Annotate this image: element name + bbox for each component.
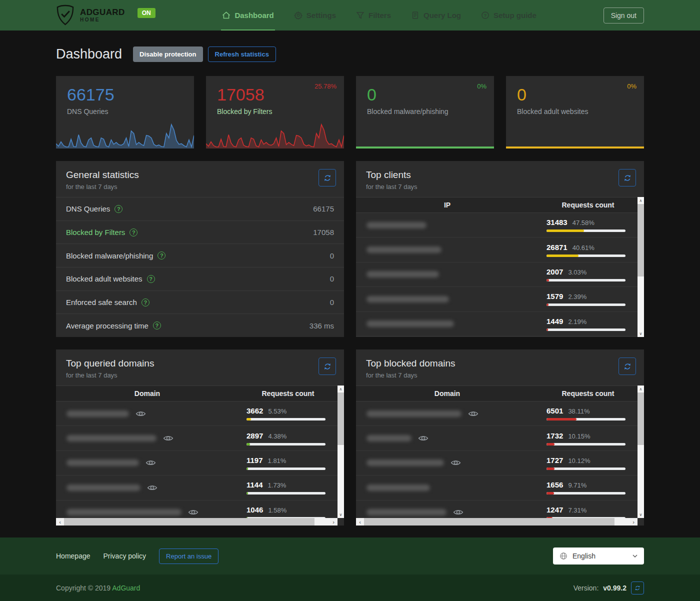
redacted-text bbox=[366, 296, 449, 302]
footer-links-bar: Homepage Privacy policy Report an issue … bbox=[0, 538, 700, 574]
nav-item-dashboard[interactable]: Dashboard bbox=[222, 0, 274, 30]
stat-cards-row: 66175DNS Queries25.78%17058Blocked by Fi… bbox=[56, 76, 644, 148]
panel-title: General statistics bbox=[66, 170, 334, 180]
eye-icon[interactable] bbox=[468, 410, 478, 418]
progress-bar-fill bbox=[246, 418, 251, 420]
scrollbar-thumb[interactable] bbox=[64, 518, 314, 526]
table-header-row: IPRequests count bbox=[356, 197, 638, 213]
eye-icon[interactable] bbox=[188, 508, 198, 516]
help-icon[interactable]: ? bbox=[153, 322, 161, 330]
row-count-cell: 2687140.61% bbox=[538, 243, 638, 257]
refresh-panel-button[interactable] bbox=[618, 358, 636, 375]
scroll-up-icon[interactable]: ∧ bbox=[638, 386, 644, 392]
eye-icon[interactable] bbox=[147, 484, 158, 492]
refresh-panel-button[interactable] bbox=[618, 169, 636, 186]
panel-title: Top blocked domains bbox=[366, 358, 634, 369]
progress-bar bbox=[546, 492, 626, 494]
row-name-cell bbox=[56, 434, 238, 442]
requests-percent: 4.38% bbox=[268, 432, 286, 440]
scrollbar-thumb[interactable] bbox=[338, 392, 344, 445]
scroll-left-icon[interactable]: ‹ bbox=[56, 519, 64, 525]
requests-percent: 9.71% bbox=[568, 482, 586, 489]
nav-item-query-log[interactable]: Query Log bbox=[411, 0, 461, 30]
scroll-up-icon[interactable]: ∧ bbox=[338, 386, 344, 392]
disable-protection-button[interactable]: Disable protection bbox=[133, 46, 202, 62]
scroll-left-icon[interactable]: ‹ bbox=[356, 519, 364, 525]
progress-bar bbox=[546, 468, 626, 470]
refresh-icon bbox=[324, 362, 332, 370]
help-icon[interactable]: ? bbox=[142, 298, 150, 306]
scroll-down-icon[interactable]: ∨ bbox=[638, 330, 644, 337]
help-icon[interactable]: ? bbox=[147, 275, 155, 283]
panel-subtitle: for the last 7 days bbox=[66, 372, 334, 379]
row-name-cell bbox=[356, 296, 538, 302]
panel-title: Top clients bbox=[366, 170, 634, 180]
refresh-panel-button[interactable] bbox=[318, 358, 336, 375]
table-row: 16569.71% bbox=[356, 476, 638, 500]
scroll-down-icon[interactable]: ∨ bbox=[638, 511, 644, 518]
report-issue-button[interactable]: Report an issue bbox=[159, 548, 218, 564]
eye-icon[interactable] bbox=[418, 434, 428, 442]
stat-value: 0 bbox=[330, 298, 334, 306]
scrollbar-thumb[interactable] bbox=[638, 392, 644, 445]
table-row: 650138.11% bbox=[356, 402, 638, 426]
vertical-scrollbar[interactable]: ∧∨ bbox=[638, 386, 644, 518]
progress-bar bbox=[546, 304, 626, 306]
panel-head: Top queried domains for the last 7 days bbox=[56, 350, 344, 386]
eye-icon[interactable] bbox=[163, 434, 174, 442]
stat-card: 0%0Blocked malware/phishing bbox=[356, 76, 494, 148]
requests-count: 1197 bbox=[246, 456, 263, 464]
eye-icon[interactable] bbox=[453, 508, 464, 516]
version-text: Version: v0.99.2 bbox=[574, 582, 644, 594]
nav-item-label: Setup guide bbox=[494, 11, 536, 20]
help-icon[interactable]: ? bbox=[114, 205, 122, 213]
progress-bar bbox=[546, 254, 626, 257]
sign-out-button[interactable]: Sign out bbox=[604, 8, 644, 24]
stat-value: 336 ms bbox=[310, 322, 334, 330]
scroll-up-icon[interactable]: ∧ bbox=[638, 197, 644, 204]
stat-card: 66175DNS Queries bbox=[56, 76, 194, 148]
requests-count: 1046 bbox=[246, 506, 263, 514]
nav-item-label: Dashboard bbox=[234, 11, 274, 20]
table-main: DomainRequests count36625.53%28974.38%11… bbox=[56, 386, 338, 518]
homepage-link[interactable]: Homepage bbox=[56, 552, 90, 560]
count-line: 11971.81% bbox=[246, 456, 326, 464]
eye-icon[interactable] bbox=[450, 459, 461, 466]
nav-item-filters[interactable]: Filters bbox=[356, 0, 391, 30]
adguard-link[interactable]: AdGuard bbox=[112, 584, 140, 592]
row-count-cell: 11441.73% bbox=[238, 480, 338, 494]
card-accent-line bbox=[356, 146, 494, 148]
refresh-statistics-button[interactable]: Refresh statistics bbox=[208, 46, 276, 62]
eye-icon[interactable] bbox=[146, 459, 156, 466]
scroll-down-icon[interactable]: ∨ bbox=[338, 511, 344, 518]
help-icon[interactable]: ? bbox=[158, 252, 166, 260]
nav-item-setup-guide[interactable]: ?Setup guide bbox=[481, 0, 536, 30]
refresh-panel-button[interactable] bbox=[318, 169, 336, 186]
language-select[interactable]: English bbox=[553, 548, 644, 564]
horizontal-scrollbar[interactable]: ‹› bbox=[56, 518, 338, 526]
horizontal-scrollbar[interactable]: ‹› bbox=[356, 518, 638, 526]
vertical-scrollbar[interactable]: ∧∨ bbox=[338, 386, 344, 518]
row-count-cell: 16569.71% bbox=[538, 480, 638, 494]
scrollbar-thumb[interactable] bbox=[638, 204, 644, 276]
requests-count: 26871 bbox=[546, 243, 568, 252]
requests-percent: 1.81% bbox=[268, 457, 286, 464]
row-name-cell bbox=[356, 434, 538, 442]
home-icon bbox=[222, 11, 230, 20]
scroll-right-icon[interactable]: › bbox=[330, 519, 338, 525]
panel-head: General statistics for the last 7 days bbox=[56, 161, 344, 197]
vertical-scrollbar[interactable]: ∧∨ bbox=[638, 197, 644, 337]
scrollbar-thumb[interactable] bbox=[364, 518, 614, 526]
check-updates-button[interactable] bbox=[631, 582, 644, 594]
general-stat-row: Enforced safe search?0 bbox=[56, 290, 344, 314]
redacted-text bbox=[366, 509, 446, 516]
funnel-icon bbox=[356, 11, 364, 20]
scroll-right-icon[interactable]: › bbox=[630, 519, 638, 525]
nav-item-settings[interactable]: Settings bbox=[294, 0, 336, 30]
privacy-policy-link[interactable]: Privacy policy bbox=[104, 552, 146, 560]
requests-count: 1247 bbox=[546, 506, 563, 514]
help-icon[interactable]: ? bbox=[130, 228, 138, 236]
eye-icon[interactable] bbox=[136, 410, 146, 418]
count-line: 10461.58% bbox=[246, 506, 326, 514]
row-name-cell bbox=[56, 484, 238, 492]
